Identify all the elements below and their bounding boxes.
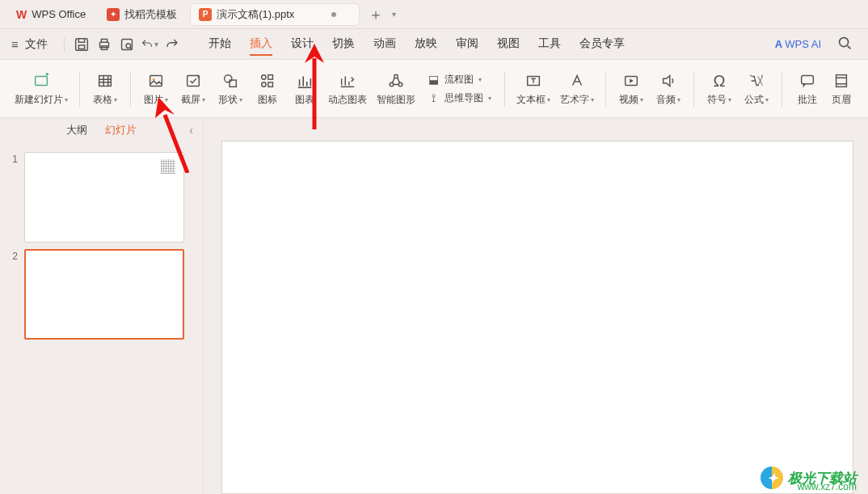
shape-button[interactable]: 形状▾ xyxy=(212,67,249,110)
svg-rect-15 xyxy=(268,75,273,80)
hamburger-icon[interactable]: ≡ xyxy=(11,37,19,51)
svg-rect-24 xyxy=(836,75,847,87)
slide-canvas[interactable] xyxy=(221,141,853,494)
document-tab[interactable]: P 演示文稿(1).pptx xyxy=(190,3,360,26)
docer-logo-icon: ✦ xyxy=(107,8,120,21)
template-tab[interactable]: ✦ 找稻壳模板 xyxy=(99,3,185,26)
table-button[interactable]: 表格▾ xyxy=(86,67,124,110)
slide-panel: 大纲 幻灯片 ‹ 1 2 xyxy=(0,118,204,494)
tab-design[interactable]: 设计 xyxy=(291,33,314,56)
picture-icon xyxy=(147,70,165,91)
tab-transition[interactable]: 切换 xyxy=(332,33,355,56)
dynamic-chart-button[interactable]: 动态图表 xyxy=(323,67,372,110)
formula-button[interactable]: 公式▾ xyxy=(738,67,775,110)
menu-right: A WPS AI xyxy=(775,34,853,55)
symbol-button[interactable]: Ω 符号▾ xyxy=(701,67,738,110)
separator xyxy=(693,71,694,107)
file-menu[interactable]: 文件 xyxy=(25,37,48,52)
tab-review[interactable]: 审阅 xyxy=(456,33,478,56)
formula-icon xyxy=(748,70,765,91)
comment-button[interactable]: 批注 xyxy=(789,67,826,110)
slide-thumbnail[interactable] xyxy=(24,249,184,340)
screenshot-label: 截屏 xyxy=(181,93,200,107)
canvas-area xyxy=(204,118,868,494)
title-bar: W WPS Office ✦ 找稻壳模板 P 演示文稿(1).pptx ＋ ▾ xyxy=(0,0,868,29)
table-icon xyxy=(96,70,114,91)
textbox-icon xyxy=(525,70,542,91)
video-icon xyxy=(622,70,640,91)
screenshot-button[interactable]: 截屏▾ xyxy=(175,67,212,110)
svg-rect-17 xyxy=(268,82,273,87)
save-icon[interactable] xyxy=(73,36,91,53)
new-slide-button[interactable]: 新建幻灯片▾ xyxy=(10,67,73,110)
slide-number: 1 xyxy=(6,152,24,243)
symbol-label: 符号 xyxy=(707,93,727,107)
dynamic-chart-label: 动态图表 xyxy=(328,93,367,107)
tab-vip[interactable]: 会员专享 xyxy=(579,33,625,56)
outline-tab[interactable]: 大纲 xyxy=(66,123,87,137)
tab-slideshow[interactable]: 放映 xyxy=(415,33,437,56)
print-preview-icon[interactable] xyxy=(118,36,136,53)
chart-label: 图表 xyxy=(295,93,314,107)
picture-label: 图片 xyxy=(144,93,163,107)
svg-rect-23 xyxy=(802,76,814,84)
smart-shape-icon xyxy=(387,70,405,91)
svg-rect-8 xyxy=(99,76,112,87)
video-button[interactable]: 视频▾ xyxy=(613,67,650,110)
separator xyxy=(605,71,606,107)
flowchart-icon: ⬓ xyxy=(427,73,440,86)
smart-shape-button[interactable]: 智能图形 xyxy=(372,67,420,110)
audio-icon xyxy=(659,70,677,91)
slide-thumb-2[interactable]: 2 xyxy=(0,246,203,343)
search-icon[interactable] xyxy=(836,34,853,55)
tab-overflow-chevron-icon[interactable]: ▾ xyxy=(392,10,396,19)
separator xyxy=(782,71,782,107)
separator xyxy=(504,71,505,107)
wordart-button[interactable]: 艺术字▾ xyxy=(555,67,599,110)
app-name-tab[interactable]: W WPS Office xyxy=(8,3,94,26)
tab-home[interactable]: 开始 xyxy=(209,33,231,56)
print-icon[interactable] xyxy=(95,36,113,53)
screenshot-icon xyxy=(184,70,202,91)
audio-label: 音频 xyxy=(656,93,676,107)
flowchart-label: 流程图 xyxy=(445,73,474,87)
presentation-file-icon: P xyxy=(199,8,212,21)
icon-button[interactable]: 图标 xyxy=(249,67,286,110)
svg-rect-1 xyxy=(78,44,84,49)
video-label: 视频 xyxy=(619,93,638,107)
slide-panel-tabs: 大纲 幻灯片 ‹ xyxy=(0,118,203,142)
dynamic-chart-icon xyxy=(339,70,356,91)
menu-bar: ≡ 文件 ▾ 开始 插入 设计 切换 动画 放映 审阅 视图 工具 会员专享 A… xyxy=(0,29,868,60)
redo-icon[interactable] xyxy=(163,36,181,53)
collapse-panel-icon[interactable]: ‹ xyxy=(189,124,193,137)
undo-icon[interactable]: ▾ xyxy=(141,36,158,53)
app-name-label: WPS Office xyxy=(32,8,86,20)
audio-button[interactable]: 音频▾ xyxy=(650,67,687,110)
flowchart-button[interactable]: ⬓ 流程图 ▾ xyxy=(427,73,491,87)
slide-number: 2 xyxy=(6,249,24,340)
svg-rect-11 xyxy=(188,76,200,87)
mindmap-button[interactable]: ⟟ 思维导图 ▾ xyxy=(427,91,491,105)
new-tab-button[interactable]: ＋ xyxy=(364,3,387,26)
picture-button[interactable]: 图片▾ xyxy=(137,67,175,110)
slide-thumbnail[interactable] xyxy=(24,152,184,243)
header-footer-button[interactable]: 页眉 xyxy=(826,67,857,110)
tab-insert[interactable]: 插入 xyxy=(250,33,272,56)
textbox-button[interactable]: 文本框▾ xyxy=(512,67,555,110)
slides-tab[interactable]: 幻灯片 xyxy=(105,123,137,137)
chart-button[interactable]: 图表 xyxy=(286,67,323,110)
watermark-url: www.xz7.com xyxy=(798,481,857,492)
table-label: 表格 xyxy=(93,93,112,107)
wps-ai-icon: A xyxy=(775,38,782,50)
tab-animation[interactable]: 动画 xyxy=(373,33,396,56)
tab-view[interactable]: 视图 xyxy=(497,33,520,56)
tab-tools[interactable]: 工具 xyxy=(538,33,561,56)
mindmap-icon: ⟟ xyxy=(427,91,440,105)
svg-point-16 xyxy=(262,82,267,87)
formula-label: 公式 xyxy=(744,93,764,107)
header-footer-label: 页眉 xyxy=(832,93,851,107)
icon-lib-icon xyxy=(259,70,276,91)
svg-point-14 xyxy=(262,75,267,80)
wps-ai-button[interactable]: A WPS AI xyxy=(775,38,821,50)
slide-thumb-1[interactable]: 1 xyxy=(0,149,203,246)
